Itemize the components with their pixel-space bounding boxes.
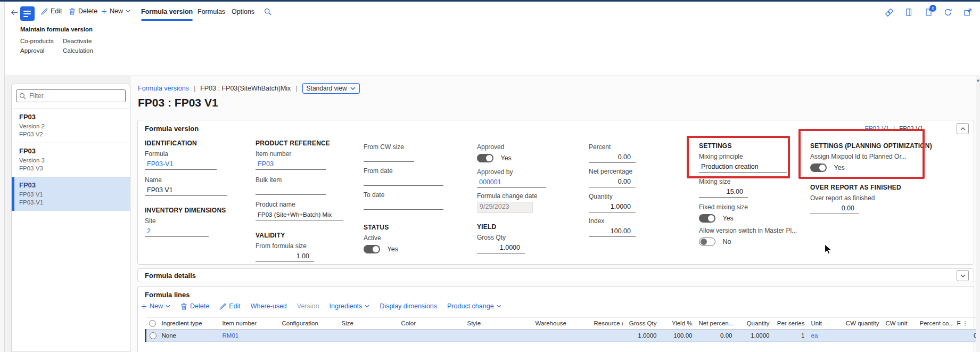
col-style[interactable]: Style bbox=[464, 317, 532, 330]
cell-cw-unit[interactable] bbox=[883, 330, 917, 342]
column-options-icon[interactable]: ⋮ bbox=[962, 320, 968, 326]
from-cw-size-field: From CW size bbox=[364, 143, 414, 162]
name-value[interactable]: FP03 V1 bbox=[145, 186, 227, 196]
net-percentage-value[interactable]: 0.00 bbox=[589, 177, 636, 187]
col-percent-co[interactable]: Percent co... bbox=[917, 317, 954, 330]
cell-cw-quantity[interactable] bbox=[842, 330, 883, 342]
cell-size[interactable] bbox=[339, 330, 398, 342]
refresh-icon[interactable] bbox=[943, 7, 953, 18]
co-products-button[interactable]: Co-products bbox=[20, 38, 54, 44]
col-per-series[interactable]: Per series bbox=[773, 317, 808, 330]
col-ingredient-type[interactable]: Ingredient type bbox=[159, 317, 219, 330]
over-report-as-finished-value[interactable]: 0.00 bbox=[810, 204, 859, 214]
version-item-line3: FP03 V2 bbox=[19, 130, 125, 138]
approval-button[interactable]: Approval bbox=[20, 47, 44, 54]
scroll-up-icon[interactable]: ▲ bbox=[976, 78, 980, 352]
formula-value[interactable]: FP03-V1 bbox=[145, 160, 217, 170]
select-all-radio[interactable] bbox=[146, 317, 159, 330]
toolbar-divider bbox=[136, 10, 136, 19]
col-gross-qty[interactable]: Gross Qty bbox=[623, 317, 660, 330]
product-change-button[interactable]: Product change bbox=[447, 302, 501, 310]
cell-net-percent[interactable]: 0.00 bbox=[696, 330, 736, 342]
pencil-icon bbox=[219, 303, 226, 310]
approved-toggle[interactable] bbox=[477, 154, 493, 162]
cell-style[interactable] bbox=[464, 330, 532, 342]
cell-color[interactable] bbox=[398, 330, 464, 342]
cell-unit[interactable]: ea bbox=[808, 330, 842, 342]
cell-item-number[interactable]: RM01 bbox=[219, 330, 279, 342]
col-warehouse[interactable]: Warehouse bbox=[532, 317, 591, 330]
col-unit[interactable]: Unit bbox=[808, 317, 842, 330]
view-selector[interactable]: Standard view bbox=[302, 83, 360, 94]
notifications-icon[interactable]: 0 bbox=[923, 7, 934, 18]
from-date-value[interactable] bbox=[364, 177, 443, 186]
col-yield[interactable]: Yield % bbox=[660, 317, 696, 330]
ingredients-button[interactable]: Ingredients bbox=[330, 302, 370, 310]
col-cw-unit[interactable]: CW unit bbox=[883, 317, 917, 330]
formula-line-row[interactable]: None RM01 1.0000 100.00 0.00 1.0000 bbox=[146, 330, 980, 342]
lines-new-button[interactable]: New bbox=[141, 302, 170, 310]
deactivate-button[interactable]: Deactivate bbox=[63, 38, 92, 44]
cell-ingredient-type[interactable]: None bbox=[159, 330, 219, 342]
cell-resource[interactable] bbox=[591, 330, 623, 342]
collapse-section-button[interactable] bbox=[957, 123, 969, 134]
cell-gross-qty[interactable]: 1.0000 bbox=[623, 330, 660, 342]
col-cw-quantity[interactable]: CW quantity bbox=[842, 317, 883, 330]
col-resource[interactable]: Resource c... bbox=[591, 317, 623, 330]
lines-delete-button[interactable]: Delete bbox=[180, 302, 209, 310]
back-button[interactable] bbox=[11, 9, 19, 16]
from-formula-size-value[interactable]: 1.00 bbox=[256, 252, 314, 262]
edit-button[interactable]: Edit bbox=[41, 7, 62, 15]
col-item-number[interactable]: Item number bbox=[219, 317, 279, 330]
active-toggle[interactable] bbox=[364, 245, 380, 253]
cell-per-series[interactable]: 1 bbox=[773, 330, 808, 342]
menu-button[interactable] bbox=[20, 6, 35, 21]
version-list-item[interactable]: FP03 Version 3 FP03 V3 bbox=[12, 143, 130, 177]
product-name-value[interactable]: FP03 (Site+Wh+Batch) Mix bbox=[256, 210, 343, 220]
delete-button[interactable]: Delete bbox=[69, 7, 97, 15]
tab-formula-version[interactable]: Formula version bbox=[141, 8, 193, 19]
apps-icon[interactable] bbox=[884, 7, 894, 18]
cell-yield[interactable]: 100.00 bbox=[660, 330, 696, 342]
version-list-item[interactable]: FP03 Version 2 FP03 V2 bbox=[12, 109, 130, 143]
expand-section-button[interactable] bbox=[957, 270, 969, 281]
help-book-icon[interactable] bbox=[903, 7, 914, 18]
bulk-item-value[interactable] bbox=[256, 186, 326, 195]
from-cw-size-value[interactable] bbox=[364, 153, 414, 162]
vertical-scrollbar[interactable]: ▲ bbox=[976, 76, 980, 352]
col-net-percent[interactable]: Net percen... bbox=[696, 317, 736, 330]
tab-formulas[interactable]: Formulas bbox=[197, 8, 225, 19]
cell-warehouse[interactable] bbox=[532, 330, 591, 342]
cell-percent-co[interactable] bbox=[917, 330, 954, 342]
cell-configuration[interactable] bbox=[279, 330, 339, 342]
new-button[interactable]: New bbox=[101, 7, 130, 15]
gross-qty-value[interactable]: 1.0000 bbox=[477, 243, 525, 253]
breadcrumb-root-link[interactable]: Formula versions bbox=[138, 85, 189, 92]
item-number-value[interactable]: FP03 bbox=[256, 160, 326, 170]
tab-options[interactable]: Options bbox=[232, 8, 254, 19]
version-list-item-selected[interactable]: FP03 FP03 V1 FP03-V1 bbox=[12, 177, 130, 211]
formula-details-section[interactable]: Formula details bbox=[137, 268, 974, 282]
quantity-value[interactable]: 1.0000 bbox=[589, 202, 636, 212]
row-radio[interactable] bbox=[146, 330, 159, 342]
col-color[interactable]: Color bbox=[398, 317, 464, 330]
col-size[interactable]: Size bbox=[339, 317, 398, 330]
col-quantity[interactable]: Quantity bbox=[736, 317, 773, 330]
lines-edit-button[interactable]: Edit bbox=[219, 302, 241, 310]
popout-icon[interactable] bbox=[962, 7, 973, 18]
allow-version-switch-toggle[interactable] bbox=[699, 238, 715, 246]
where-used-button[interactable]: Where-used bbox=[251, 302, 287, 310]
percent-value[interactable]: 0.00 bbox=[589, 153, 636, 163]
site-value[interactable]: 2 bbox=[145, 227, 209, 237]
search-icon[interactable] bbox=[264, 8, 271, 15]
calculation-button[interactable]: Calculation bbox=[63, 47, 93, 54]
cell-quantity[interactable]: 1.0000 bbox=[736, 330, 773, 342]
filter-input[interactable] bbox=[16, 89, 126, 102]
mixing-size-value[interactable]: 15.00 bbox=[699, 187, 748, 198]
approved-by-value[interactable]: 000001 bbox=[477, 178, 546, 188]
index-value[interactable]: 100.00 bbox=[589, 227, 636, 237]
to-date-value[interactable] bbox=[364, 201, 443, 210]
display-dimensions-button[interactable]: Display dimensions bbox=[380, 302, 437, 310]
fixed-mixing-size-toggle[interactable] bbox=[699, 214, 715, 223]
col-configuration[interactable]: Configuration bbox=[279, 317, 339, 330]
